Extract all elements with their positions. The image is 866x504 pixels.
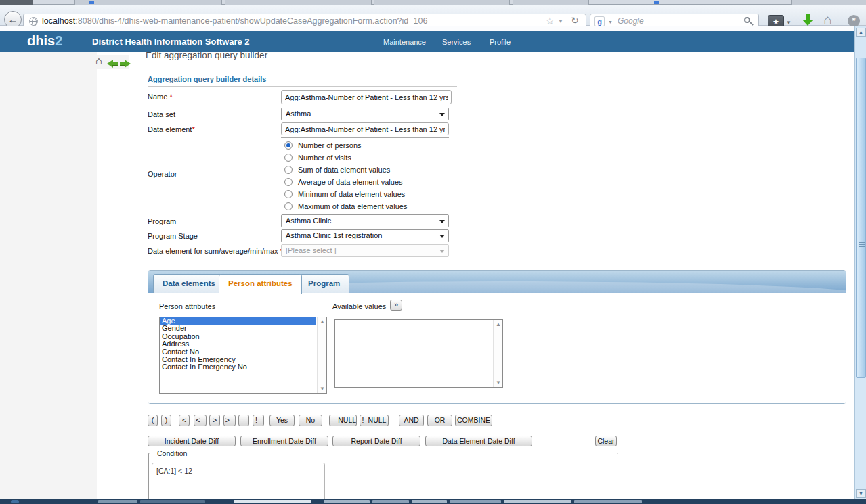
reload-icon[interactable]: ↻ xyxy=(571,15,579,26)
url-host: localhost xyxy=(42,16,75,26)
op-and-button[interactable]: AND xyxy=(399,415,424,426)
radio-checked-icon[interactable] xyxy=(284,141,293,150)
taskbar-button[interactable] xyxy=(574,500,642,503)
taskbar-button[interactable] xyxy=(412,500,447,503)
op-not-equal-button[interactable]: != xyxy=(253,415,264,426)
program-value: Asthma Clinic xyxy=(286,216,331,225)
taskbar-button[interactable] xyxy=(324,500,370,503)
name-field[interactable] xyxy=(281,90,452,104)
radio-icon[interactable] xyxy=(284,202,293,210)
bookmarks-dropdown-icon[interactable]: ▼ xyxy=(786,20,792,26)
op-combine-button[interactable]: COMBINE xyxy=(455,415,492,426)
person-attributes-list[interactable]: Age Gender Occupation Address Contact No… xyxy=(159,317,327,394)
radio-icon[interactable] xyxy=(284,178,293,186)
page-scrollbar[interactable]: ▲ ▼ xyxy=(854,26,866,499)
scroll-up-icon[interactable]: ▲ xyxy=(320,319,325,325)
op-equal-button[interactable]: = xyxy=(238,415,249,426)
taskbar-button[interactable] xyxy=(234,500,311,503)
radio-icon[interactable] xyxy=(284,166,293,174)
op-less-equal-button[interactable]: <= xyxy=(194,415,207,426)
start-button[interactable] xyxy=(11,500,19,503)
data-set-label: Data set xyxy=(148,110,175,118)
operator-option[interactable]: Maximum of data element values xyxy=(281,200,449,212)
list-item-contact-in-emergency-no[interactable]: Contact In Emergency No xyxy=(160,363,316,371)
report-date-diff-button[interactable]: Report Date Diff xyxy=(332,436,420,446)
menu-back-icon[interactable] xyxy=(107,60,118,68)
select-arrow-icon xyxy=(439,235,445,241)
scroll-down-icon[interactable]: ▼ xyxy=(496,380,501,386)
program-select[interactable]: Asthma Clinic xyxy=(281,214,449,227)
nav-services[interactable]: Services xyxy=(442,38,471,46)
url-dropdown-icon[interactable]: ▼ xyxy=(558,18,563,24)
program-stage-select[interactable]: Asthma Clinic 1st registration xyxy=(281,229,449,242)
list-item-address[interactable]: Address xyxy=(160,340,316,348)
home-icon[interactable]: ⌂ xyxy=(95,55,102,67)
data-element-date-diff-button[interactable]: Data Element Date Diff xyxy=(425,436,532,446)
condition-fieldset: Condition [CA:1] < 12 xyxy=(148,453,618,504)
back-arrow-icon: ← xyxy=(8,14,18,25)
browser-tab-fragment[interactable] xyxy=(74,0,222,5)
browser-tab-fragment[interactable] xyxy=(513,0,589,5)
op-is-null-button[interactable]: ==NULL xyxy=(329,415,357,426)
op-less-than-button[interactable]: < xyxy=(179,415,190,426)
scroll-up-icon[interactable]: ▲ xyxy=(496,321,501,327)
tab-data-elements[interactable]: Data elements xyxy=(153,274,225,293)
browser-tab-fragment[interactable] xyxy=(0,0,33,5)
scrollbar-up-button[interactable]: ▲ xyxy=(856,28,866,37)
taskbar-button[interactable] xyxy=(372,500,409,503)
move-right-button[interactable]: » xyxy=(390,300,402,311)
menu-forward-icon[interactable] xyxy=(119,60,131,68)
dhis2-logo[interactable]: dhis2 xyxy=(27,33,62,49)
scrollbar-thumb[interactable] xyxy=(856,58,866,378)
tab-favicon xyxy=(654,1,659,4)
nav-profile[interactable]: Profile xyxy=(490,38,511,46)
scroll-down-icon[interactable]: ▼ xyxy=(320,386,325,392)
op-greater-equal-button[interactable]: >= xyxy=(223,415,236,426)
tab-person-attributes[interactable]: Person attributes xyxy=(219,274,302,294)
op-open-paren-button[interactable]: ( xyxy=(148,415,158,426)
op-or-button[interactable]: OR xyxy=(427,415,452,426)
op-close-paren-button[interactable]: ) xyxy=(161,415,171,426)
data-set-select[interactable]: Asthma xyxy=(281,108,449,120)
taskbar-button[interactable] xyxy=(98,500,137,503)
taskbar-button[interactable] xyxy=(140,500,205,503)
tab-content: Person attributes Available values » Age… xyxy=(148,293,846,404)
app-title: District Health Information Software 2 xyxy=(92,37,250,47)
sum-element-value: [Please select ] xyxy=(286,246,337,254)
name-label: Name * xyxy=(148,93,173,101)
app-header: dhis2 District Health Information Softwa… xyxy=(0,31,866,52)
browser-tab-fragment[interactable] xyxy=(374,0,510,5)
tab-favicon xyxy=(89,1,94,4)
list-scrollbar[interactable]: ▲▼ xyxy=(317,317,326,393)
op-not-null-button[interactable]: !=NULL xyxy=(360,415,389,426)
available-values-list[interactable]: ▲▼ xyxy=(334,319,503,388)
taskbar-button[interactable] xyxy=(450,500,501,503)
left-sidebar xyxy=(0,52,97,499)
search-engine-dropdown-icon[interactable]: ▼ xyxy=(608,20,613,24)
taskbar-button[interactable] xyxy=(504,500,571,503)
op-no-button[interactable]: No xyxy=(299,415,322,426)
radio-icon[interactable] xyxy=(284,154,293,162)
browser-tab-strip xyxy=(0,0,866,5)
scrollbar-down-button[interactable]: ▼ xyxy=(856,489,866,498)
clear-button[interactable]: Clear xyxy=(595,436,617,446)
radio-icon[interactable] xyxy=(284,190,293,198)
incident-date-diff-button[interactable]: Incident Date Diff xyxy=(148,436,236,446)
op-greater-than-button[interactable]: > xyxy=(209,415,220,426)
condition-textarea[interactable]: [CA:1] < 12 xyxy=(152,463,325,502)
operator-radio-group: Number of persons Number of visits Sum o… xyxy=(281,137,449,214)
list-scrollbar[interactable]: ▲▼ xyxy=(493,320,502,387)
browser-tab-fragment[interactable] xyxy=(225,0,372,5)
data-element-field[interactable] xyxy=(281,122,449,135)
search-icon[interactable] xyxy=(744,17,750,23)
operator-option[interactable]: Average of data element values xyxy=(281,176,449,188)
tab-program[interactable]: Program xyxy=(299,274,349,293)
operator-option[interactable]: Number of persons xyxy=(281,139,449,152)
op-yes-button[interactable]: Yes xyxy=(269,415,295,426)
operator-option[interactable]: Sum of data element values xyxy=(281,164,449,176)
enrollment-date-diff-button[interactable]: Enrollment Date Diff xyxy=(240,436,328,446)
nav-maintenance[interactable]: Maintenance xyxy=(383,38,426,46)
operator-option[interactable]: Number of visits xyxy=(281,152,449,164)
browser-tab-fragment[interactable] xyxy=(791,0,866,5)
operator-option[interactable]: Minimum of data element values xyxy=(281,188,449,200)
